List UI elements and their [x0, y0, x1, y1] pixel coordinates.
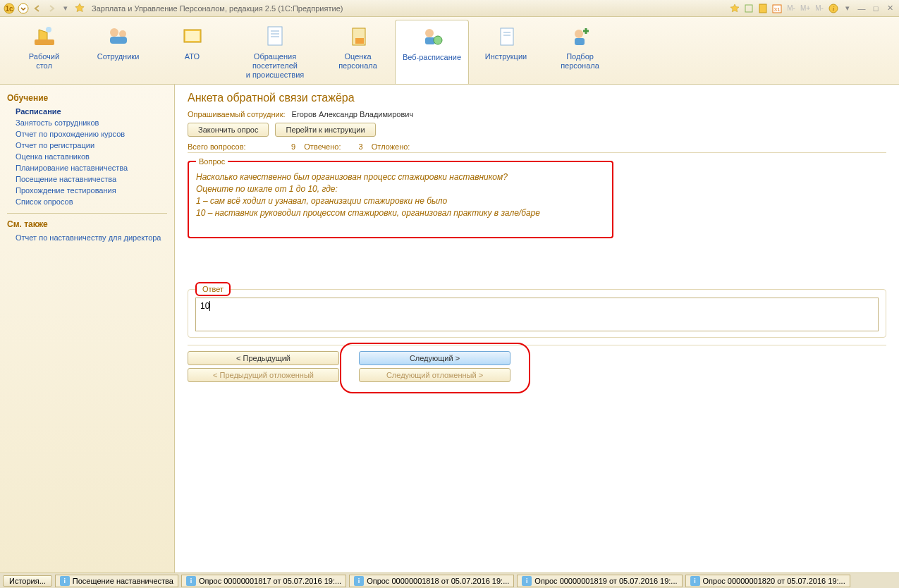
info-icon: i: [354, 576, 364, 586]
ribbon-label: Подбор персонала: [546, 52, 614, 71]
sidebar-item-employment[interactable]: Занятость сотрудников: [7, 117, 167, 128]
statusbar: История... iПосещение наставничества iОп…: [0, 572, 899, 588]
m-minus2-button[interactable]: M-: [813, 2, 826, 15]
sidebar-item-testing[interactable]: Прохождение тестирования: [7, 185, 167, 196]
svg-text:1c: 1c: [5, 5, 13, 13]
calendar-icon[interactable]: 31: [771, 2, 783, 15]
nav-fwd-icon[interactable]: [45, 2, 58, 15]
info-icon: i: [60, 576, 70, 586]
star-icon[interactable]: [73, 2, 86, 15]
assessment-icon: [324, 23, 392, 51]
ribbon-label: Сотрудники: [84, 52, 152, 61]
window-title: Зарплата и Управление Персоналом, редакц…: [92, 4, 343, 13]
status-tab[interactable]: iОпрос 00000001819 от 05.07.2016 19:...: [517, 575, 682, 587]
answered-label: Отвечено:: [304, 142, 341, 151]
question-text: Насколько качественно был организован пр…: [196, 171, 605, 219]
svg-point-22: [425, 29, 434, 37]
nav-menu-icon[interactable]: ▾: [59, 2, 72, 15]
ribbon-web-schedule[interactable]: Веб-расписание: [395, 20, 469, 84]
ato-icon: [158, 23, 226, 51]
svg-point-12: [119, 30, 126, 37]
svg-point-2: [18, 4, 28, 13]
calc-icon[interactable]: [757, 2, 769, 15]
svg-point-24: [434, 36, 442, 44]
history-button[interactable]: История...: [3, 575, 52, 587]
stats-row: Всего вопросов: 9 Отвечено: 3 Отложено:: [188, 142, 886, 153]
ribbon-employees[interactable]: Сотрудники: [81, 20, 155, 84]
svg-rect-13: [110, 37, 127, 44]
help-icon[interactable]: i: [827, 2, 840, 15]
svg-rect-9: [35, 39, 54, 45]
question-fieldset: Вопрос Насколько качественно был организ…: [188, 157, 613, 238]
ribbon: Рабочий стол Сотрудники АТО Обращения по…: [0, 17, 899, 85]
total-label: Всего вопросов:: [188, 142, 279, 151]
ribbon-appeals[interactable]: Обращения посетителей и происшествия: [229, 20, 321, 84]
ribbon-assessment[interactable]: Оценка персонала: [321, 20, 395, 84]
ribbon-recruitment[interactable]: Подбор персонала: [543, 20, 617, 84]
answer-fieldset: Ответ 10​: [188, 282, 886, 338]
instructions-icon: [472, 23, 540, 51]
fav-star-icon[interactable]: [728, 2, 741, 15]
ribbon-label: Оценка персонала: [324, 52, 392, 71]
status-tab[interactable]: iОпрос 00000001817 от 05.07.2016 19:...: [181, 575, 346, 587]
total-value: 9: [281, 142, 295, 151]
ribbon-label: Рабочий стол: [10, 52, 78, 71]
desktop-icon: [10, 23, 78, 51]
svg-rect-3: [745, 5, 752, 12]
answered-value: 3: [343, 142, 363, 151]
employees-icon: [84, 23, 152, 51]
svg-rect-29: [575, 38, 585, 45]
next-deferred-button[interactable]: Следующий отложенный >: [359, 368, 510, 382]
sidebar-item-director-report[interactable]: Отчет по наставничеству для директора: [7, 232, 167, 243]
sidebar-item-mentor-eval[interactable]: Оценка наставников: [7, 151, 167, 162]
svg-point-28: [575, 30, 583, 38]
page-title: Анкета обратной связи стажёра: [188, 92, 886, 104]
maximize-button[interactable]: □: [869, 2, 882, 15]
finish-survey-button[interactable]: Закончить опрос: [188, 123, 269, 137]
nav-back-icon[interactable]: [31, 2, 44, 15]
m-plus-button[interactable]: M+: [799, 2, 812, 15]
help-dropdown-icon[interactable]: ▾: [841, 2, 854, 15]
ribbon-label: АТО: [158, 52, 226, 61]
sidebar-item-mentor-attend[interactable]: Посещение наставничества: [7, 173, 167, 185]
dropdown-icon[interactable]: [17, 2, 30, 15]
goto-instruction-button[interactable]: Перейти к инструкции: [275, 123, 375, 137]
sidebar-item-course-report[interactable]: Отчет по прохождению курсов: [7, 128, 167, 140]
ribbon-label: Обращения посетителей и происшествия: [232, 52, 318, 80]
link-icon[interactable]: [742, 2, 755, 15]
status-tab[interactable]: iОпрос 00000001820 от 05.07.2016 19:...: [685, 575, 850, 587]
sidebar-item-reg-report[interactable]: Отчет по регистрации: [7, 140, 167, 151]
svg-rect-25: [501, 28, 513, 45]
status-tab[interactable]: iОпрос 00000001818 от 05.07.2016 19:...: [349, 575, 514, 587]
status-tab[interactable]: iПосещение наставничества: [55, 575, 178, 587]
appeals-icon: [232, 23, 318, 51]
svg-text:31: 31: [774, 6, 781, 13]
answer-input[interactable]: 10​: [195, 298, 879, 331]
ribbon-ato[interactable]: АТО: [155, 20, 229, 84]
svg-rect-16: [268, 27, 282, 45]
ribbon-label: Веб-расписание: [398, 53, 465, 62]
sidebar-item-mentor-plan[interactable]: Планирование наставничества: [7, 162, 167, 173]
prev-deferred-button[interactable]: < Предыдущий отложенный: [188, 368, 339, 382]
question-legend: Вопрос: [196, 157, 228, 166]
interviewee-row: Опрашиваемый сотрудник: Егоров Александр…: [188, 110, 886, 118]
svg-point-11: [110, 28, 118, 37]
sidebar: Обучение Расписание Занятость сотруднико…: [0, 85, 175, 572]
ribbon-label: Инструкции: [472, 52, 540, 61]
answer-legend: Ответ: [195, 282, 231, 296]
prev-button[interactable]: < Предыдущий: [188, 351, 339, 365]
deferred-label: Отложено:: [372, 142, 410, 151]
close-button[interactable]: ✕: [883, 2, 896, 15]
ribbon-instructions[interactable]: Инструкции: [469, 20, 543, 84]
m-minus-button[interactable]: M-: [785, 2, 797, 15]
web-schedule-icon: [398, 23, 465, 51]
next-button[interactable]: Следующий >: [359, 351, 510, 365]
app-icon: 1c: [3, 2, 16, 15]
sidebar-item-schedule[interactable]: Расписание: [7, 106, 167, 117]
ribbon-desktop[interactable]: Рабочий стол: [7, 20, 81, 84]
sidebar-item-surveys[interactable]: Список опросов: [7, 196, 167, 207]
svg-rect-4: [759, 4, 766, 13]
titlebar: 1c ▾ Зарплата и Управление Персоналом, р…: [0, 0, 899, 17]
minimize-button[interactable]: —: [855, 2, 868, 15]
info-icon: i: [690, 576, 700, 586]
